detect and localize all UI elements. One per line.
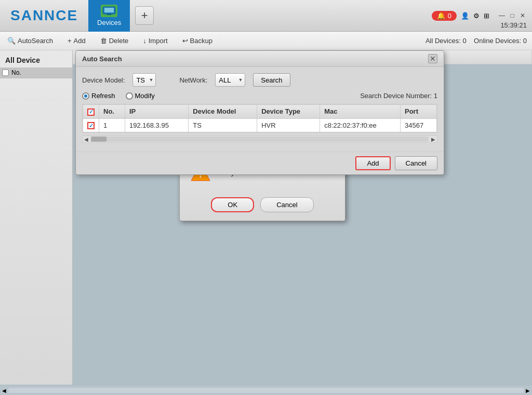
- user-icon: 👤: [461, 12, 469, 20]
- modify-label: Modify: [135, 92, 155, 100]
- tab-devices[interactable]: Devices: [88, 0, 130, 32]
- row-port: 34567: [400, 118, 436, 132]
- delete-icon: 🗑: [100, 37, 107, 45]
- time-display: 15:39:21: [500, 21, 527, 29]
- scroll-left-arrow[interactable]: ◀: [83, 135, 90, 143]
- radio-controls: Refresh Modify Search Device Number: 1: [82, 92, 437, 100]
- bottom-scroll-right[interactable]: ▶: [524, 388, 532, 393]
- device-model-select-wrapper: TS All: [132, 73, 156, 87]
- sidebar-select-all[interactable]: [2, 69, 9, 76]
- logo: SANNCE: [0, 7, 88, 24]
- col-port: Port: [400, 105, 436, 119]
- toolbar: 🔍 AutoSearch + Add 🗑 Delete ↓ Import ↩ B…: [0, 32, 532, 50]
- svg-rect-2: [107, 14, 111, 15]
- tab-add-icon: +: [141, 9, 148, 22]
- add-button[interactable]: + Add: [65, 36, 88, 46]
- col-device-type: Device Type: [257, 105, 320, 119]
- online-devices-label: Online Devices:: [474, 37, 523, 45]
- autosearch-label: AutoSearch: [18, 37, 53, 45]
- col-mac: Mac: [320, 105, 401, 119]
- backup-icon: ↩: [182, 37, 188, 45]
- delete-label: Delete: [109, 37, 129, 45]
- import-button[interactable]: ↓ Import: [141, 36, 169, 46]
- scroll-track[interactable]: [91, 137, 429, 142]
- horizontal-scrollbar[interactable]: ◀ ▶: [82, 135, 437, 143]
- title-bar: SANNCE Devices + 🔔 0 👤 ⚙ ⊞ — □ ✕ 15:39:2…: [0, 0, 532, 32]
- alarm-badge[interactable]: 🔔 0: [432, 11, 457, 21]
- device-table: No. IP Device Model Device Type Mac Port…: [83, 104, 437, 132]
- alarm-count: 0: [448, 12, 451, 20]
- delete-button[interactable]: 🗑 Delete: [98, 36, 131, 46]
- device-table-body: 1 192.168.3.95 TS HVR c8:22:02:37:f0:ee …: [83, 118, 437, 132]
- main-horizontal-scrollbar[interactable]: ◀ ▶: [0, 386, 532, 395]
- autosearch-button[interactable]: 🔍 AutoSearch: [5, 36, 55, 46]
- col-ip: IP: [125, 105, 188, 119]
- row-device-model: TS: [189, 118, 257, 132]
- row-no: 1: [99, 118, 125, 132]
- search-controls: Device Model: TS All NetWork: ALL LAN WA…: [82, 73, 437, 87]
- cancel-dialog-button[interactable]: Cancel: [395, 156, 437, 170]
- all-devices-count: 0: [462, 37, 466, 45]
- search-button[interactable]: Search: [253, 73, 290, 87]
- search-device-count: Search Device Number: 1: [360, 92, 437, 100]
- tab-add-button[interactable]: +: [135, 6, 154, 25]
- col-device-model: Device Model: [189, 105, 257, 119]
- autosearch-icon: 🔍: [7, 37, 16, 45]
- backup-label: Backup: [190, 37, 212, 45]
- online-devices-count: 0: [523, 37, 527, 45]
- toolbar-device-counts: All Devices: 0 Online Devices: 0: [425, 37, 527, 45]
- close-button[interactable]: ✕: [518, 11, 527, 20]
- row-ip: 192.168.3.95: [125, 118, 188, 132]
- row-checkbox-cell[interactable]: [83, 118, 99, 132]
- sidebar-no-col: No.: [11, 69, 21, 76]
- window-controls: — □ ✕: [498, 11, 527, 20]
- backup-button[interactable]: ↩ Backup: [180, 36, 215, 46]
- bottom-scroll-left[interactable]: ◀: [0, 388, 8, 393]
- table-header-checkbox: [83, 105, 99, 119]
- add-icon: +: [68, 37, 72, 45]
- refresh-label: Refresh: [91, 92, 115, 100]
- dialog-footer: Add Cancel: [76, 152, 444, 174]
- sidebar: All Device No.: [0, 50, 73, 385]
- scroll-thumb[interactable]: [91, 137, 107, 142]
- sidebar-table-header: No.: [0, 67, 72, 78]
- device-model-select[interactable]: TS All: [132, 73, 156, 87]
- settings-icon: ⚙: [473, 12, 480, 20]
- import-icon: ↓: [143, 37, 147, 45]
- info-modal-buttons: OK Cancel: [180, 192, 345, 221]
- table-row: 1 192.168.3.95 TS HVR c8:22:02:37:f0:ee …: [83, 118, 437, 132]
- modify-radio[interactable]: Modify: [126, 92, 155, 100]
- alarm-icon: 🔔: [437, 12, 445, 20]
- network-label: NetWork:: [179, 76, 207, 84]
- add-label: Add: [74, 37, 86, 45]
- logo-text: SANNCE: [10, 7, 78, 24]
- scroll-right-arrow[interactable]: ▶: [430, 135, 437, 143]
- select-all-checkbox[interactable]: [87, 108, 95, 116]
- auto-search-titlebar: Auto Search ✕: [76, 51, 444, 67]
- row-checkbox[interactable]: [87, 122, 95, 129]
- network-select[interactable]: ALL LAN WAN: [215, 73, 245, 87]
- refresh-radio[interactable]: Refresh: [82, 92, 115, 100]
- maximize-button[interactable]: □: [508, 11, 516, 20]
- row-device-type: HVR: [257, 118, 320, 132]
- search-device-count-value: 1: [434, 92, 437, 100]
- network-icon: ⊞: [484, 12, 489, 20]
- device-table-container: No. IP Device Model Device Type Mac Port…: [82, 104, 437, 133]
- info-cancel-button[interactable]: Cancel: [260, 197, 313, 212]
- device-model-label: Device Model:: [82, 76, 125, 84]
- minimize-button[interactable]: —: [498, 11, 506, 20]
- auto-search-dialog: Auto Search ✕ Device Model: TS All NetWo…: [75, 50, 444, 175]
- bottom-scroll-track[interactable]: [8, 388, 524, 393]
- auto-search-close-button[interactable]: ✕: [428, 54, 437, 63]
- svg-rect-1: [104, 8, 114, 12]
- auto-search-body: Device Model: TS All NetWork: ALL LAN WA…: [76, 67, 444, 149]
- network-select-wrapper: ALL LAN WAN: [215, 73, 245, 87]
- devices-tab-label: Devices: [97, 19, 121, 26]
- modify-radio-indicator: [126, 92, 133, 100]
- all-devices-label: All Devices:: [425, 37, 463, 45]
- auto-search-title: Auto Search: [82, 55, 122, 63]
- title-bar-right: 🔔 0 👤 ⚙ ⊞ — □ ✕: [432, 11, 532, 21]
- info-ok-button[interactable]: OK: [211, 197, 254, 212]
- add-devices-button[interactable]: Add: [355, 156, 390, 170]
- sidebar-title: All Device: [0, 53, 72, 67]
